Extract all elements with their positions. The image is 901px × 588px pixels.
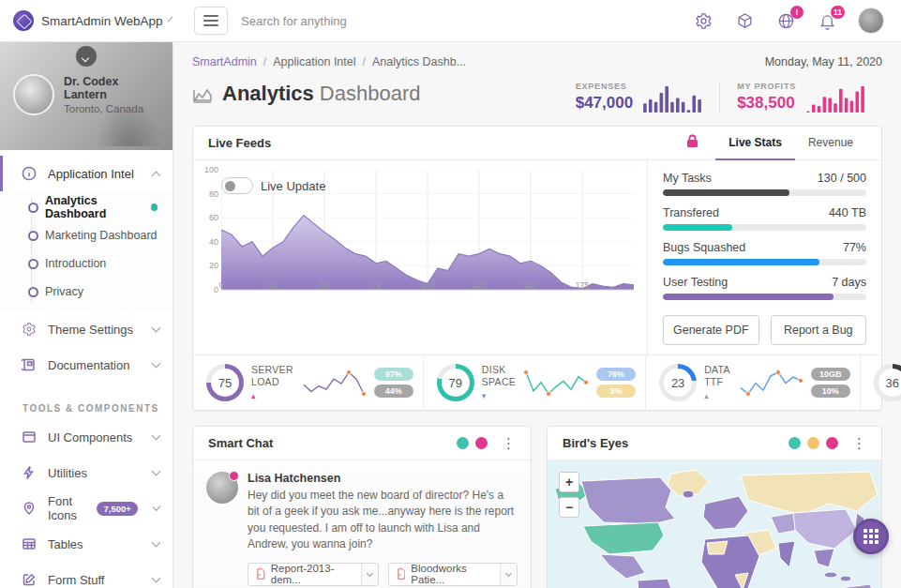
settings-gear-icon[interactable] <box>693 10 713 31</box>
map-pin-icon <box>21 501 37 517</box>
bell-icon[interactable]: 11 <box>817 10 837 31</box>
lock-icon[interactable] <box>686 134 698 152</box>
sidebar-item-theme-settings[interactable]: Theme Settings <box>0 311 173 347</box>
chevron-up-icon <box>152 171 161 180</box>
nav-label: Tables <box>48 537 83 551</box>
attachment-name: Bloodworks Patie... <box>411 563 491 585</box>
app-launcher-button[interactable] <box>853 519 889 554</box>
expenses-value: $47,000 <box>576 94 633 113</box>
live-update-toggle[interactable]: Live Update <box>221 177 325 194</box>
message-sender: Lisa Hatchensen <box>248 472 518 485</box>
apps-cube-icon[interactable] <box>734 10 755 31</box>
expenses-bar-chart <box>642 84 702 113</box>
server-load-ring: 75 <box>206 364 244 401</box>
sidebar-nav: Application Intel Analytics Dashboard Ma… <box>0 150 173 588</box>
globe-notifications-icon[interactable]: ! <box>775 10 796 31</box>
nav-label: Utilities <box>48 466 87 480</box>
data-ttf-ring: 23 <box>659 364 697 401</box>
nav-label: Theme Settings <box>48 323 133 337</box>
panel-action-dot-teal[interactable] <box>457 437 469 449</box>
profile-collapse-button[interactable] <box>76 46 97 67</box>
chevron-down-icon <box>152 431 161 441</box>
temp-ring: 36 <box>874 364 901 401</box>
panel-action-dot-pink[interactable] <box>475 437 488 449</box>
kpi-value: 23 <box>664 369 692 397</box>
nav-label: Application Intel <box>48 167 134 181</box>
search-input[interactable] <box>241 14 693 28</box>
map-zoom-in-button[interactable]: + <box>559 472 579 492</box>
sidebar-item-font-icons[interactable]: Font Icons 7,500+ <box>0 490 173 526</box>
chevron-down-icon <box>152 324 161 333</box>
stat-transfered: Transfered440 TB <box>663 206 866 231</box>
profile-location: Toronto, Canada <box>64 103 161 114</box>
chart-area-icon <box>192 85 213 102</box>
kpi-label: SERVERLOAD▴ <box>251 364 293 401</box>
world-map[interactable]: + − <box>548 460 881 588</box>
kpi-value: 79 <box>442 369 470 397</box>
sidebar-item-form-stuff[interactable]: Form Stuff <box>0 562 173 588</box>
pdf-file-icon: P <box>398 568 406 580</box>
subnav-label: Marketing Dashboard <box>45 229 158 242</box>
avatar[interactable] <box>206 472 238 504</box>
profile-avatar[interactable] <box>13 74 54 115</box>
attachment-dropdown[interactable] <box>361 564 378 585</box>
sidebar-item-introduction[interactable]: Introduction <box>0 249 173 278</box>
sidebar-item-documentation[interactable]: Documentation <box>0 347 173 383</box>
kpi-server-load: 75 SERVERLOAD▴ 97%44% <box>193 355 423 410</box>
sidebar-item-utilities[interactable]: Utilities <box>0 455 173 490</box>
panel-action-dot-teal[interactable] <box>788 437 801 449</box>
smart-chat-title: Smart Chat <box>208 436 273 450</box>
live-indicator-dot <box>151 204 158 211</box>
data-ttf-sparkline <box>738 368 803 398</box>
sidebar-item-tables[interactable]: Tables <box>0 526 173 562</box>
live-feeds-panel: Live Feeds Live Stats Revenue Live Updat… <box>192 126 882 411</box>
brand[interactable]: SmartAdmin WebApp <box>0 0 173 41</box>
chevron-down-icon <box>152 538 161 548</box>
toggle-label: Live Update <box>261 179 325 193</box>
menu-toggle-button[interactable] <box>194 7 228 35</box>
kpi-data-ttf: 23 DATATTF ▴ 10GB10% <box>645 355 860 410</box>
kpi-value: 36 <box>878 369 901 397</box>
map-zoom-out-button[interactable]: − <box>559 497 579 518</box>
generate-pdf-button[interactable]: Generate PDF <box>663 315 759 345</box>
attachment-dropdown[interactable] <box>500 564 517 585</box>
globe-badge: ! <box>790 6 803 19</box>
breadcrumb-separator: / <box>363 55 366 68</box>
kpi-badge: 10% <box>811 384 850 398</box>
sidebar-item-privacy[interactable]: Privacy <box>0 278 173 306</box>
stat-label: User Testing <box>663 276 728 289</box>
report-bug-button[interactable]: Report a Bug <box>771 315 867 345</box>
profits-value: $38,500 <box>737 94 796 113</box>
chevron-down-icon <box>152 574 161 583</box>
app-logo-icon <box>13 10 34 31</box>
panel-action-dot-pink[interactable] <box>826 437 838 449</box>
svg-text:P: P <box>398 573 401 578</box>
sidebar-item-analytics-dashboard[interactable]: Analytics Dashboard <box>0 193 173 221</box>
profits-stat: MY PROFITS $38,500 <box>719 82 882 113</box>
stat-value: 130 / 500 <box>818 172 866 185</box>
kebab-menu-icon[interactable]: ⋮ <box>502 435 516 452</box>
attachment-chip-report[interactable]: P Report-2013-dem... <box>248 563 379 586</box>
tab-revenue[interactable]: Revenue <box>795 127 866 160</box>
trend-arrow-icon: ▴ <box>704 391 709 400</box>
profits-label: MY PROFITS <box>737 82 796 91</box>
tab-live-stats[interactable]: Live Stats <box>715 127 795 160</box>
stat-user-testing: User Testing7 days <box>663 276 866 300</box>
sidebar-profile: Dr. Codex Lantern Toronto, Canada <box>0 42 173 150</box>
breadcrumb-home[interactable]: SmartAdmin <box>192 55 257 68</box>
live-stats-column: My Tasks130 / 500 Transfered440 TB Bugs … <box>647 160 881 354</box>
main-content: SmartAdmin / Application Intel / Analyti… <box>173 42 901 588</box>
breadcrumb-separator: / <box>263 55 266 68</box>
attachment-chip-bloodworks[interactable]: P Bloodworks Patie... <box>388 563 518 586</box>
lightning-icon <box>21 465 37 481</box>
navbar-icons: ! 11 <box>693 8 901 34</box>
sidebar-item-application-intel[interactable]: Application Intel <box>0 156 173 191</box>
breadcrumb-section[interactable]: Application Intel <box>273 55 355 68</box>
toggle-switch-off[interactable] <box>221 177 253 194</box>
sidebar-item-ui-components[interactable]: UI Components <box>0 419 173 455</box>
user-avatar[interactable] <box>858 8 884 34</box>
expenses-stat: EXPENSES $47,000 <box>559 82 719 113</box>
panel-action-dot-yellow[interactable] <box>807 437 819 449</box>
sidebar-item-marketing-dashboard[interactable]: Marketing Dashboard <box>0 221 173 249</box>
kebab-menu-icon[interactable]: ⋮ <box>852 435 866 452</box>
